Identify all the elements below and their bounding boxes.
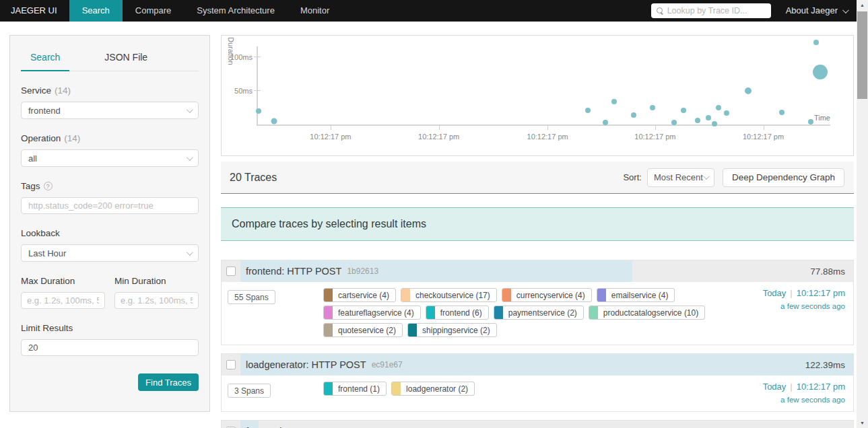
nav-item-compare[interactable]: Compare: [123, 0, 184, 22]
trace-time[interactable]: 10:12:17 pm: [797, 288, 845, 298]
scatter-point[interactable]: [650, 105, 655, 110]
scatter-point[interactable]: [631, 112, 636, 118]
lookback-select[interactable]: Last Hour: [21, 244, 199, 262]
deep-dependency-graph-button[interactable]: Deep Dependency Graph: [723, 168, 844, 187]
service-chip[interactable]: loadgenerator (2): [391, 382, 475, 396]
service-chip[interactable]: checkoutservice (17): [401, 288, 497, 302]
service-chip-label: frontend (6): [435, 308, 488, 318]
service-chip[interactable]: cartservice (4): [323, 288, 396, 302]
search-icon: [657, 7, 663, 14]
scatter-point[interactable]: [724, 110, 729, 116]
help-icon[interactable]: ?: [44, 182, 53, 190]
scatter-point[interactable]: [671, 120, 677, 125]
scatter-point[interactable]: [716, 105, 721, 110]
x-tick-label: 10:12:17 pm: [743, 133, 784, 141]
scatter-point[interactable]: [611, 99, 617, 104]
trace-title[interactable]: frontend: HTTP POST: [246, 266, 341, 277]
trace-checkbox[interactable]: [226, 360, 236, 369]
service-color-swatch: [324, 306, 333, 319]
scatter-point[interactable]: [271, 118, 277, 124]
chevron-down-icon: [187, 106, 193, 113]
scatter-point[interactable]: [808, 119, 813, 124]
service-color-swatch: [408, 324, 417, 336]
trace-timestamp: Today|10:12:17 pm: [729, 382, 845, 392]
trace-card-header: frontend: HTTP POST066341b3.55ms: [222, 421, 853, 428]
nav-item-monitor[interactable]: Monitor: [288, 0, 342, 22]
scatter-point[interactable]: [712, 121, 717, 127]
trace-age: a few seconds ago: [729, 302, 845, 310]
service-chip-label: quoteservice (2): [333, 326, 402, 335]
service-color-swatch: [324, 289, 333, 301]
scatter-point[interactable]: [706, 115, 711, 120]
trace-card-body: 55 Spanscartservice (4)checkoutservice (…: [222, 282, 853, 345]
lookback-group: Lookback Last Hour: [21, 228, 199, 262]
scatter-point[interactable]: [695, 118, 700, 123]
limit-results-input[interactable]: [21, 339, 199, 356]
service-chip-list: frontend (1)loadgenerator (2): [323, 382, 729, 404]
trace-date[interactable]: Today: [763, 382, 787, 392]
trace-lookup-box[interactable]: [651, 3, 771, 18]
trace-count: 20 Traces: [230, 172, 277, 184]
service-chip[interactable]: productcatalogservice (10): [589, 306, 705, 320]
about-jaeger-menu[interactable]: About Jaeger: [786, 0, 857, 22]
nav-item-system-architecture[interactable]: System Architecture: [184, 0, 288, 22]
service-chip[interactable]: emailservice (4): [597, 288, 675, 302]
operation-value: all: [28, 153, 37, 164]
trace-header-main: frontend: HTTP POST1b9261377.88ms: [240, 260, 853, 282]
scatter-point[interactable]: [256, 108, 261, 114]
scatter-point[interactable]: [603, 120, 608, 125]
nav-menu: SearchCompareSystem ArchitectureMonitor: [69, 0, 651, 22]
max-duration-input[interactable]: [21, 292, 105, 309]
operation-select[interactable]: all: [21, 149, 199, 167]
trace-lookup: [651, 0, 771, 22]
min-duration-group: Min Duration: [114, 276, 199, 309]
scroll-up-arrow-icon[interactable]: ▲: [857, 0, 868, 10]
trace-card[interactable]: frontend: HTTP POST1b9261377.88ms55 Span…: [221, 260, 854, 345]
service-chip-list: cartservice (4)checkoutservice (17)curre…: [323, 288, 729, 337]
service-chip[interactable]: paymentservice (2): [494, 306, 584, 320]
results-main: Duration 50ms 100ms Time 10:12:17 pm10:1…: [211, 22, 857, 428]
service-chip[interactable]: frontend (6): [426, 306, 489, 320]
trace-card[interactable]: frontend: HTTP POST066341b3.55ms: [221, 420, 854, 428]
service-select[interactable]: frontend: [21, 102, 199, 119]
scatter-point[interactable]: [813, 40, 819, 45]
service-chip[interactable]: currencyservice (4): [502, 288, 592, 302]
service-color-swatch: [494, 306, 503, 319]
service-color-swatch: [589, 306, 598, 319]
tab-json-file[interactable]: JSON File: [95, 45, 157, 71]
vertical-scrollbar[interactable]: ▲ ▼: [857, 0, 868, 428]
service-chip-label: cartservice (4): [333, 291, 395, 300]
scatter-point[interactable]: [585, 108, 591, 113]
trace-card[interactable]: loadgenerator: HTTP POSTec91e67122.39ms3…: [221, 353, 854, 412]
min-duration-input[interactable]: [114, 292, 199, 309]
service-color-swatch: [324, 382, 333, 395]
search-sidebar: Search JSON File Service (14) frontend: [0, 22, 211, 428]
trace-card-header: loadgenerator: HTTP POSTec91e67122.39ms: [222, 354, 853, 376]
scrollbar-thumb[interactable]: [857, 11, 867, 99]
service-chip[interactable]: frontend (1): [323, 382, 387, 396]
find-traces-button[interactable]: Find Traces: [138, 373, 199, 391]
trace-time[interactable]: 10:12:17 pm: [797, 382, 845, 392]
trace-id: ec91e67: [372, 360, 403, 369]
chevron-down-icon: [842, 7, 849, 13]
scatter-point[interactable]: [681, 108, 686, 113]
scroll-down-arrow-icon[interactable]: ▼: [857, 418, 868, 428]
tab-search[interactable]: Search: [21, 45, 69, 71]
trace-date[interactable]: Today: [763, 288, 787, 298]
nav-item-search[interactable]: Search: [69, 0, 123, 22]
service-chip[interactable]: shippingservice (2): [407, 323, 497, 337]
trace-header-main: loadgenerator: HTTP POSTec91e67122.39ms: [240, 354, 853, 376]
trace-title[interactable]: loadgenerator: HTTP POST: [246, 359, 366, 370]
trace-checkbox[interactable]: [226, 266, 236, 276]
tags-input[interactable]: [21, 197, 199, 214]
scatter-point[interactable]: [813, 65, 828, 79]
scatter-point[interactable]: [745, 87, 752, 94]
service-chip[interactable]: quoteservice (2): [323, 323, 403, 337]
trace-lookup-input[interactable]: [667, 6, 766, 15]
trace-age: a few seconds ago: [729, 396, 845, 404]
sort-select[interactable]: Most Recent: [647, 168, 714, 187]
content-area: Search JSON File Service (14) frontend: [0, 22, 857, 428]
scatter-point[interactable]: [779, 110, 784, 115]
service-chip[interactable]: featureflagservice (4): [323, 306, 421, 320]
service-color-swatch: [324, 324, 333, 336]
